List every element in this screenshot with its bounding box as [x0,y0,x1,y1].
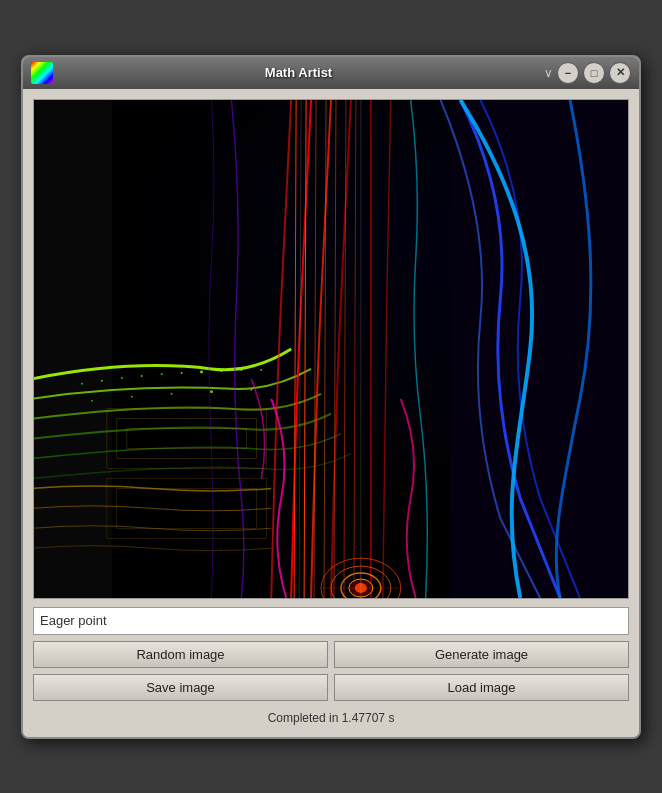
close-button[interactable]: ✕ [609,62,631,84]
svg-rect-2 [34,100,112,598]
image-display [33,99,629,599]
svg-point-16 [200,370,203,373]
svg-point-12 [121,376,123,378]
status-bar: Completed in 1.47707 s [33,707,629,727]
primary-buttons-row: Random image Generate image [33,641,629,668]
svg-rect-1 [451,100,628,598]
point-input[interactable] [33,607,629,635]
secondary-buttons-row: Save image Load image [33,674,629,701]
load-image-button[interactable]: Load image [334,674,629,701]
svg-point-22 [171,392,173,394]
svg-point-13 [141,374,143,376]
maximize-button[interactable]: □ [583,62,605,84]
svg-point-18 [240,368,242,370]
minimize-button[interactable]: − [557,62,579,84]
random-image-button[interactable]: Random image [33,641,328,668]
status-text: Completed in 1.47707 s [268,711,395,725]
fractal-image [34,100,628,598]
svg-point-17 [220,369,222,371]
app-icon [31,62,53,84]
svg-point-20 [91,399,93,401]
svg-point-14 [161,372,163,374]
window-controls: ∨ − □ ✕ [544,62,631,84]
main-window: Math Artist ∨ − □ ✕ [21,55,641,739]
window-title: Math Artist [59,65,538,80]
svg-point-21 [131,395,133,397]
svg-point-23 [210,390,213,393]
dropdown-btn[interactable]: ∨ [544,66,553,80]
svg-point-10 [81,382,83,384]
generate-image-button[interactable]: Generate image [334,641,629,668]
svg-point-24 [250,388,252,390]
window-content: Random image Generate image Save image L… [23,89,639,737]
svg-point-11 [101,379,103,381]
svg-point-19 [260,368,262,370]
titlebar: Math Artist ∨ − □ ✕ [23,57,639,89]
save-image-button[interactable]: Save image [33,674,328,701]
svg-point-15 [181,371,183,373]
